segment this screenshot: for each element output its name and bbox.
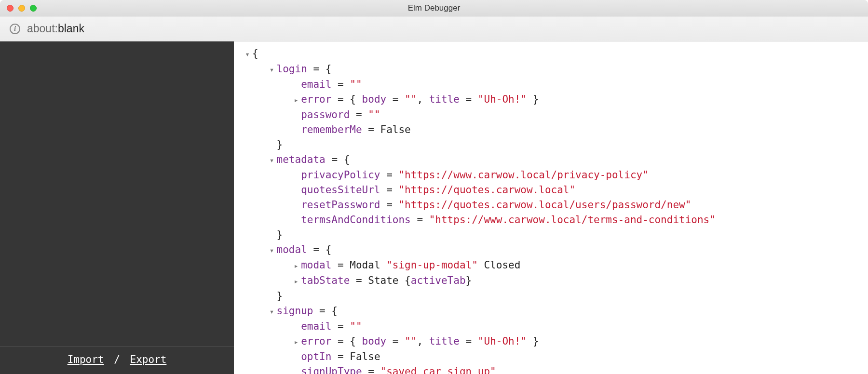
login-error[interactable]: error = { body = "", title = "Uh-Oh!" }: [243, 92, 856, 107]
chevron-down-icon[interactable]: [267, 152, 277, 168]
titlebar: Elm Debugger: [0, 0, 868, 16]
url-bar: i about:blank: [0, 16, 868, 41]
url-scheme: about:: [27, 22, 58, 35]
modal-tabstate[interactable]: tabState = State {activeTab}: [243, 273, 856, 289]
url-path: blank: [58, 22, 84, 35]
window-title: Elm Debugger: [0, 3, 868, 13]
url-field[interactable]: about:blank: [27, 22, 84, 35]
root-open[interactable]: {: [243, 46, 856, 62]
chevron-down-icon[interactable]: [243, 46, 252, 62]
chevron-right-icon[interactable]: [291, 92, 301, 107]
signup-error[interactable]: error = { body = "", title = "Uh-Oh!" }: [243, 334, 856, 349]
maximize-icon[interactable]: [30, 5, 37, 12]
model-view: { login = { email = "" error = { body = …: [234, 41, 868, 374]
sidebar-footer: Import / Export: [0, 347, 234, 374]
chevron-down-icon[interactable]: [267, 304, 277, 319]
import-button[interactable]: Import: [68, 354, 104, 365]
chevron-right-icon[interactable]: [291, 258, 301, 273]
info-icon[interactable]: i: [10, 24, 20, 34]
login-rememberme[interactable]: rememberMe = False: [243, 122, 856, 137]
signup-email[interactable]: email = "": [243, 319, 856, 334]
modal-inner[interactable]: modal = Modal "sign-up-modal" Closed: [243, 258, 856, 273]
separator: /: [114, 354, 120, 365]
metadata-node[interactable]: metadata = {: [243, 152, 856, 168]
metadata-tac[interactable]: termsAndConditions = "https://www.carwow…: [243, 213, 856, 227]
login-password[interactable]: password = "": [243, 107, 856, 122]
scrollable-content[interactable]: { login = { email = "" error = { body = …: [234, 41, 868, 374]
login-close: }: [243, 137, 856, 152]
chevron-right-icon[interactable]: [291, 273, 301, 289]
signup-node[interactable]: signup = {: [243, 304, 856, 319]
window-controls: [7, 5, 37, 12]
login-email[interactable]: email = "": [243, 77, 856, 92]
metadata-privacy[interactable]: privacyPolicy = "https://www.carwow.loca…: [243, 168, 856, 183]
metadata-reset[interactable]: resetPassword = "https://quotes.carwow.l…: [243, 198, 856, 213]
signup-type[interactable]: signUpType = "saved car sign up": [243, 364, 856, 374]
metadata-quotes[interactable]: quotesSiteUrl = "https://quotes.carwow.l…: [243, 183, 856, 198]
chevron-down-icon[interactable]: [267, 62, 277, 77]
login-node[interactable]: login = {: [243, 62, 856, 77]
modal-close: }: [243, 289, 856, 304]
signup-optin[interactable]: optIn = False: [243, 349, 856, 364]
chevron-right-icon[interactable]: [291, 334, 301, 349]
close-icon[interactable]: [7, 5, 14, 12]
minimize-icon[interactable]: [18, 5, 25, 12]
chevron-down-icon[interactable]: [267, 242, 277, 258]
metadata-close: }: [243, 227, 856, 242]
export-button[interactable]: Export: [130, 354, 166, 365]
history-sidebar: Import / Export: [0, 41, 234, 374]
modal-node[interactable]: modal = {: [243, 242, 856, 258]
